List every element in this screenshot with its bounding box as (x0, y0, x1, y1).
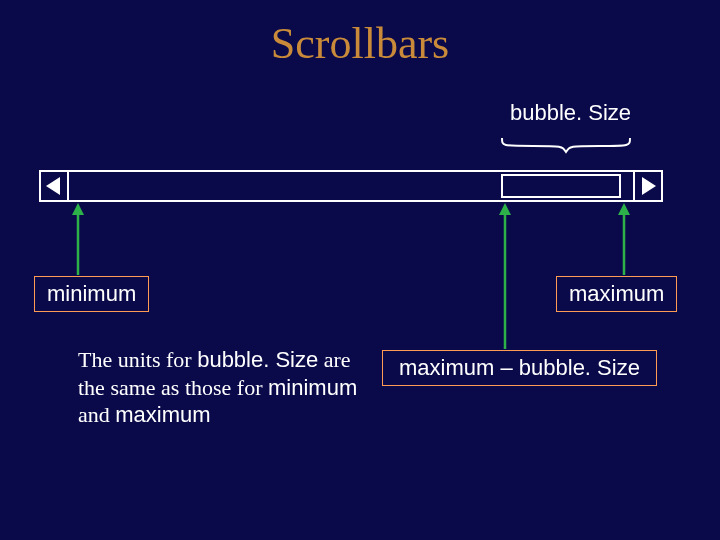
svg-marker-1 (72, 203, 84, 215)
units-code-bubble: bubble. Size (197, 347, 318, 372)
arrow-to-minimum-icon (68, 203, 88, 277)
maximum-label: maximum (556, 276, 677, 312)
minimum-label: minimum (34, 276, 149, 312)
brace-icon (500, 136, 632, 154)
units-text-3: and (78, 402, 115, 427)
svg-marker-5 (618, 203, 630, 215)
arrow-to-max-minus-bubble-icon (495, 203, 515, 351)
arrow-to-maximum-icon (614, 203, 634, 277)
units-text-1: The units for (78, 347, 197, 372)
units-code-max: maximum (115, 402, 210, 427)
scroll-right-button[interactable] (633, 170, 663, 202)
max-minus-bubble-label: maximum – bubble. Size (382, 350, 657, 386)
scrollbar[interactable] (39, 170, 663, 202)
scrollbar-track[interactable] (69, 170, 633, 202)
svg-marker-3 (499, 203, 511, 215)
scrollbar-thumb[interactable] (501, 174, 621, 198)
units-code-min: minimum (268, 375, 357, 400)
triangle-right-icon (642, 177, 656, 195)
triangle-left-icon (46, 177, 60, 195)
bubble-size-label: bubble. Size (510, 100, 631, 126)
slide-title: Scrollbars (0, 18, 720, 69)
scroll-left-button[interactable] (39, 170, 69, 202)
slide: Scrollbars bubble. Size minimum maximum … (0, 0, 720, 540)
units-paragraph: The units for bubble. Size are the same … (78, 346, 378, 429)
